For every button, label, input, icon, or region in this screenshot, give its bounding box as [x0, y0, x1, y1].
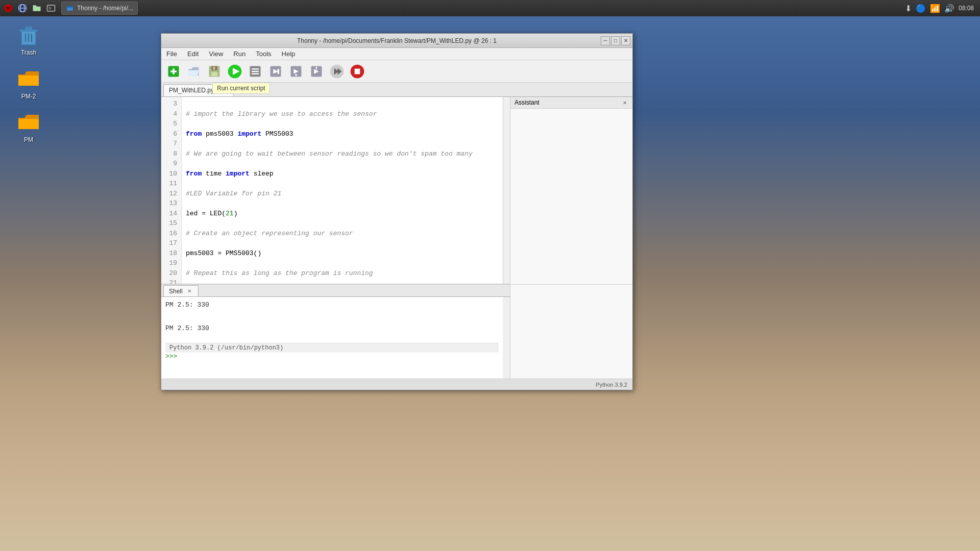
step-over-button[interactable]	[266, 62, 285, 81]
globe-icon[interactable]	[16, 2, 29, 14]
volume-icon[interactable]: 🔊	[944, 4, 954, 13]
window-controls: ─ □ ✕	[601, 36, 630, 45]
files-icon[interactable]	[31, 2, 43, 14]
menu-view[interactable]: View	[204, 48, 228, 60]
desktop: Thonny - /home/pi/... ⬇ 🔵 📶 🔊 08:08	[0, 0, 980, 551]
assistant-close[interactable]: ✕	[621, 99, 628, 106]
shell-output-line-1: PM 2.5: 330	[165, 300, 499, 311]
svg-rect-20	[213, 66, 215, 69]
svg-point-1	[6, 6, 10, 10]
download-icon[interactable]: ⬇	[905, 4, 912, 13]
pm2-label: PM-2	[21, 93, 36, 100]
minimize-button[interactable]: ─	[601, 36, 610, 45]
toolbar-tooltip: Run current script	[212, 83, 270, 94]
svg-rect-29	[278, 69, 280, 73]
pm-folder-icon	[16, 110, 41, 134]
thonny-taskbar-label: Thonny - /home/pi/...	[77, 5, 133, 12]
desktop-icon-trash[interactable]: Trash	[8, 22, 49, 56]
taskbar-right: ⬇ 🔵 📶 🔊 08:08	[905, 4, 980, 13]
desktop-icon-pm2[interactable]: PM-2	[8, 66, 49, 100]
debug-button[interactable]	[246, 62, 264, 81]
svg-rect-40	[355, 68, 360, 74]
shell-output-line-3: PM 2.5: 330	[165, 323, 499, 334]
svg-rect-10	[25, 27, 32, 30]
shell-scrollbar[interactable]	[503, 297, 510, 379]
code-editor[interactable]: # import the library we use to access th…	[182, 97, 503, 284]
shell-tab[interactable]: Shell ✕	[163, 285, 199, 296]
menu-help[interactable]: Help	[277, 48, 301, 60]
svg-rect-26	[252, 73, 259, 74]
editor-tab-label: PM_WithLED.py *	[169, 87, 218, 94]
terminal-icon[interactable]	[45, 2, 57, 14]
trash-icon	[16, 22, 41, 47]
save-button[interactable]	[205, 62, 224, 81]
shell-tab-label: Shell	[169, 288, 183, 295]
thonny-window: Thonny - /home/pi/Documents/Franklin Ste…	[161, 33, 633, 390]
taskbar-left: Thonny - /home/pi/...	[0, 2, 138, 15]
menu-file[interactable]: File	[161, 48, 182, 60]
toolbar: Run current script	[161, 60, 632, 83]
line-numbers: 3 4 5 6 7 8 9 10 11 12 13 14 15	[161, 97, 182, 284]
svg-rect-25	[252, 70, 259, 71]
editor-area: 3 4 5 6 7 8 9 10 11 12 13 14 15	[161, 97, 510, 284]
svg-rect-24	[252, 68, 259, 69]
python-version-text: Python 3.9.2 (/usr/bin/python3)	[169, 344, 283, 352]
status-python-version: Python 3.9.2	[596, 382, 627, 388]
bluetooth-icon[interactable]: 🔵	[916, 4, 926, 13]
resume-button[interactable]	[328, 62, 346, 81]
window-titlebar: Thonny - /home/pi/Documents/Franklin Ste…	[161, 34, 632, 48]
assistant-label: Assistant	[514, 99, 540, 106]
menu-bar: File Edit View Run Tools Help	[161, 48, 632, 60]
python-version-info: Python 3.9.2 (/usr/bin/python3)	[165, 343, 499, 353]
step-out-button[interactable]	[307, 62, 326, 81]
editor-container[interactable]: 3 4 5 6 7 8 9 10 11 12 13 14 15	[161, 97, 503, 284]
main-area: 3 4 5 6 7 8 9 10 11 12 13 14 15	[161, 97, 632, 390]
svg-rect-9	[19, 30, 38, 32]
assistant-header: Assistant ✕	[510, 97, 632, 109]
assistant-panel: Assistant ✕	[510, 97, 632, 284]
window-title: Thonny - /home/pi/Documents/Franklin Ste…	[297, 37, 497, 44]
close-button[interactable]: ✕	[621, 36, 630, 45]
trash-label: Trash	[21, 49, 36, 56]
taskbar-time: 08:08	[959, 5, 974, 12]
shell-output-line-2	[165, 312, 499, 322]
wifi-icon[interactable]: 📶	[930, 4, 940, 13]
open-button[interactable]	[185, 62, 203, 81]
stop-button[interactable]	[348, 62, 366, 81]
shell-tabs: Shell ✕	[161, 285, 510, 297]
shell-content[interactable]: PM 2.5: 330 PM 2.5: 330 Python 3.9.2 (/u…	[161, 297, 503, 379]
run-button[interactable]	[226, 62, 244, 81]
new-file-button[interactable]	[164, 62, 183, 81]
shell-prompt-symbol: >>>	[165, 353, 177, 360]
pm2-folder-icon	[16, 66, 41, 91]
thonny-taskbar-app[interactable]: Thonny - /home/pi/...	[61, 2, 138, 15]
step-into-button[interactable]	[287, 62, 305, 81]
menu-tools[interactable]: Tools	[251, 48, 276, 60]
shell-assistant-side	[510, 285, 632, 379]
editor-scrollbar[interactable]	[503, 97, 510, 284]
shell-inner: PM 2.5: 330 PM 2.5: 330 Python 3.9.2 (/u…	[161, 297, 510, 379]
shell-area: Shell ✕ PM 2.5: 330 PM 2.5: 330	[161, 284, 632, 379]
shell-prompt[interactable]: >>>	[165, 353, 499, 360]
svg-rect-7	[67, 6, 73, 8]
taskbar: Thonny - /home/pi/... ⬇ 🔵 📶 🔊 08:08	[0, 0, 980, 16]
shell-output: PM 2.5: 330 PM 2.5: 330	[165, 300, 499, 334]
desktop-icon-pm[interactable]: PM	[8, 110, 49, 143]
raspberry-pi-icon[interactable]	[2, 2, 14, 14]
shell-tab-close[interactable]: ✕	[186, 288, 193, 295]
svg-rect-19	[211, 72, 217, 76]
maximize-button[interactable]: □	[611, 36, 620, 45]
menu-edit[interactable]: Edit	[182, 48, 204, 60]
status-bar: Python 3.9.2	[161, 379, 632, 390]
menu-run[interactable]: Run	[228, 48, 251, 60]
pm-label: PM	[24, 136, 33, 143]
